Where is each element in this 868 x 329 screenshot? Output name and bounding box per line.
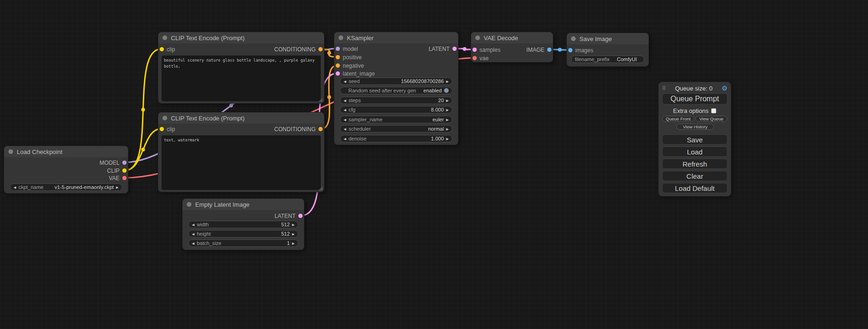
arrow-right-icon[interactable]: ▶ <box>116 186 119 189</box>
arrow-right-icon[interactable]: ▶ <box>446 118 449 121</box>
arrow-right-icon[interactable]: ▶ <box>292 232 295 236</box>
toggle-indicator[interactable] <box>444 88 449 93</box>
widget-seed[interactable]: ◀ seed 156680208700286 ▶ <box>340 77 452 85</box>
output-port-vae[interactable] <box>122 176 127 180</box>
arrow-right-icon[interactable]: ▶ <box>446 137 449 140</box>
widget-cfg[interactable]: ◀ cfg 8.000 ▶ <box>340 106 452 113</box>
extra-options-checkbox[interactable] <box>711 108 716 113</box>
node-title-bar[interactable]: VAE Decode <box>471 32 553 43</box>
resize-handle[interactable] <box>318 98 323 102</box>
arrow-left-icon[interactable]: ◀ <box>14 186 16 189</box>
widget-denoise[interactable]: ◀ denoise 1.000 ▶ <box>340 135 452 142</box>
arrow-left-icon[interactable]: ◀ <box>192 242 194 245</box>
node-ksampler[interactable]: KSampler model LATENT positive negative … <box>334 32 459 145</box>
node-collapse-dot[interactable] <box>339 35 343 40</box>
output-port-image[interactable] <box>547 48 551 52</box>
node-clip-text-encode-positive[interactable]: CLIP Text Encode (Prompt) clip CONDITION… <box>158 32 325 104</box>
widget-width[interactable]: ◀ width 512 ▶ <box>188 221 298 228</box>
output-port-clip[interactable] <box>122 168 127 173</box>
node-empty-latent-image[interactable]: Empty Latent Image LATENT ◀ width 512 ▶ … <box>182 198 304 250</box>
arrow-right-icon[interactable]: ▶ <box>446 80 449 83</box>
prompt-textarea[interactable]: beautiful scenery nature glass bottle la… <box>162 56 321 101</box>
queue-front-button[interactable]: Queue Front <box>662 116 694 122</box>
save-button[interactable]: Save <box>662 134 727 145</box>
node-collapse-dot[interactable] <box>162 116 167 120</box>
slot-label: VAE <box>109 175 120 182</box>
arrow-right-icon[interactable]: ▶ <box>446 127 449 131</box>
widget-name: filename_prefix <box>575 56 610 62</box>
widget-steps[interactable]: ◀ steps 20 ▶ <box>340 97 452 104</box>
output-port-latent[interactable] <box>452 47 457 51</box>
load-default-button[interactable]: Load Default <box>662 183 727 193</box>
output-slot-clip: CLIP <box>107 168 128 174</box>
node-collapse-dot[interactable] <box>187 202 191 207</box>
view-history-button[interactable]: View History <box>677 124 714 130</box>
widget-random-seed-toggle[interactable]: Random seed after every gen enabled <box>340 87 452 94</box>
output-port-conditioning[interactable] <box>318 127 323 131</box>
node-graph-canvas[interactable]: Load Checkpoint MODEL CLIP VAE ◀ ckpt_na… <box>0 0 868 329</box>
widget-filename-prefix[interactable]: filename_prefix ComfyUI <box>571 56 644 63</box>
node-title-bar[interactable]: Empty Latent Image <box>183 199 304 210</box>
refresh-button[interactable]: Refresh <box>662 159 727 169</box>
node-title-bar[interactable]: Load Checkpoint <box>4 146 128 157</box>
input-port-images[interactable] <box>568 48 572 52</box>
input-port-samples[interactable] <box>473 48 477 52</box>
slot-label: positive <box>343 54 362 61</box>
arrow-right-icon[interactable]: ▶ <box>446 99 449 102</box>
resize-handle[interactable] <box>318 186 323 190</box>
drag-handle-icon[interactable]: ⠿ <box>662 86 666 91</box>
input-port-clip[interactable] <box>160 127 164 131</box>
node-title-bar[interactable]: CLIP Text Encode (Prompt) <box>158 32 324 43</box>
settings-gear-icon[interactable]: ⚙ <box>721 85 727 91</box>
clear-button[interactable]: Clear <box>662 171 727 181</box>
arrow-left-icon[interactable]: ◀ <box>192 223 194 226</box>
arrow-right-icon[interactable]: ▶ <box>292 242 295 245</box>
node-clip-text-encode-negative[interactable]: CLIP Text Encode (Prompt) clip CONDITION… <box>158 112 325 192</box>
node-collapse-dot[interactable] <box>8 149 13 154</box>
load-button[interactable]: Load <box>662 147 727 157</box>
slot-label: model <box>343 46 358 52</box>
node-title-bar[interactable]: KSampler <box>334 32 458 43</box>
arrow-left-icon[interactable]: ◀ <box>344 80 346 83</box>
node-vae-decode[interactable]: VAE Decode samples IMAGE vae <box>471 32 553 63</box>
arrow-right-icon[interactable]: ▶ <box>292 223 295 226</box>
arrow-left-icon[interactable]: ◀ <box>192 232 194 236</box>
extra-options-label: Extra options <box>673 107 709 114</box>
arrow-left-icon[interactable]: ◀ <box>344 118 346 121</box>
link-midpoint-dot <box>327 95 331 99</box>
node-title: Empty Latent Image <box>195 201 249 208</box>
node-save-image[interactable]: Save Image images filename_prefix ComfyU… <box>566 33 649 67</box>
widget-sampler-name[interactable]: ◀ sampler_name euler ▶ <box>340 116 452 123</box>
link-midpoint-dot <box>327 51 331 55</box>
input-port-vae[interactable] <box>473 56 477 60</box>
arrow-left-icon[interactable]: ◀ <box>344 127 346 131</box>
widget-height[interactable]: ◀ height 512 ▶ <box>188 230 298 238</box>
input-port-model[interactable] <box>336 47 340 51</box>
link-midpoint-dot <box>141 108 145 112</box>
widget-ckpt-name[interactable]: ◀ ckpt_name v1-5-pruned-emaonly.ckpt ▶ <box>10 183 122 191</box>
view-queue-button[interactable]: View Queue <box>695 116 727 122</box>
prompt-textarea[interactable]: text, watermark <box>162 135 321 190</box>
input-port-positive[interactable] <box>336 55 340 59</box>
output-port-latent[interactable] <box>298 214 303 218</box>
input-port-negative[interactable] <box>336 63 340 68</box>
input-port-latent-image[interactable] <box>336 71 340 76</box>
node-collapse-dot[interactable] <box>571 36 576 41</box>
output-port-model[interactable] <box>122 161 127 165</box>
arrow-right-icon[interactable]: ▶ <box>446 108 449 112</box>
node-collapse-dot[interactable] <box>162 35 167 40</box>
widget-batch-size[interactable]: ◀ batch_size 1 ▶ <box>188 239 298 247</box>
node-load-checkpoint[interactable]: Load Checkpoint MODEL CLIP VAE ◀ ckpt_na… <box>4 146 128 194</box>
arrow-left-icon[interactable]: ◀ <box>344 99 346 102</box>
node-collapse-dot[interactable] <box>475 35 480 40</box>
queue-prompt-button[interactable]: Queue Prompt <box>662 93 727 105</box>
widget-value: 1.000 <box>369 136 444 141</box>
output-port-conditioning[interactable] <box>318 47 323 51</box>
widget-scheduler[interactable]: ◀ scheduler normal ▶ <box>340 125 452 133</box>
input-port-clip[interactable] <box>160 47 164 51</box>
arrow-left-icon[interactable]: ◀ <box>344 108 346 112</box>
node-title-bar[interactable]: CLIP Text Encode (Prompt) <box>158 112 324 124</box>
arrow-left-icon[interactable]: ◀ <box>344 137 346 140</box>
node-title: Save Image <box>579 35 612 42</box>
node-title-bar[interactable]: Save Image <box>567 33 649 44</box>
